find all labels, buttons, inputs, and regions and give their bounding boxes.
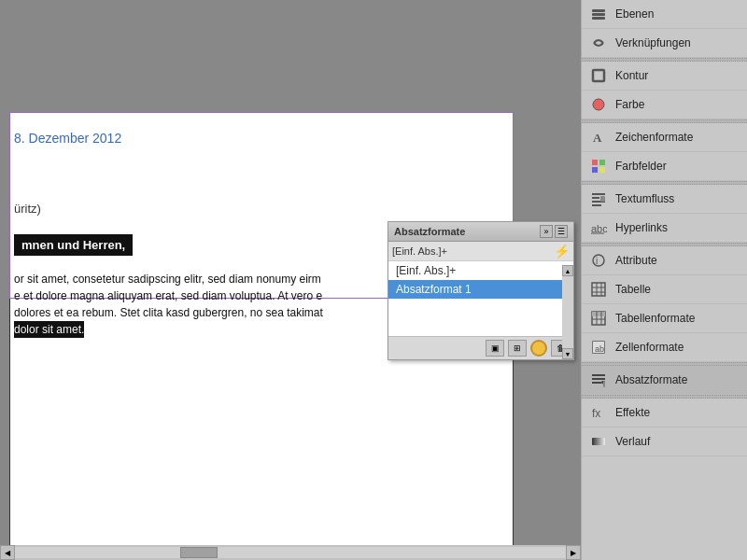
svg-text:ab: ab	[595, 344, 604, 354]
sidebar-label-zeichenformate: Zeichenformate	[615, 131, 693, 144]
absatz-panel-title: Absatzformate	[394, 226, 465, 237]
sidebar-label-farbfelder: Farbfelder	[615, 160, 667, 173]
sidebar-item-effekte[interactable]: fx Effekte	[582, 399, 747, 427]
svg-rect-3	[593, 70, 604, 81]
highlighted-line4: dolor sit amet.	[14, 321, 84, 338]
date-text: 8. Dezember 2012	[14, 131, 402, 146]
greeting-text: mnen und Herren,	[14, 234, 133, 256]
sidebar-item-tabellenformate[interactable]: Tabellenformate	[582, 304, 747, 333]
absatz-header-row: [Einf. Abs.]+ ⚡	[388, 242, 573, 261]
stroke-icon	[589, 66, 608, 85]
svg-rect-0	[592, 9, 605, 12]
absatz-scrollbar[interactable]: ▲ ▼	[562, 265, 573, 359]
svg-rect-12	[592, 197, 599, 199]
svg-rect-15	[600, 196, 605, 202]
hyperlinks-icon: abc	[589, 218, 608, 237]
table-icon	[589, 280, 608, 299]
sidebar-label-tabelle: Tabelle	[615, 283, 651, 296]
sidebar-item-verlauf[interactable]: Verlauf	[582, 427, 747, 456]
layers-icon	[589, 5, 608, 23]
body-text: or sit amet, consetetur sadipscing elitr…	[14, 271, 402, 338]
absatz-item-0[interactable]: [Einf. Abs.]+	[388, 261, 562, 280]
sidebar-label-verlauf: Verlauf	[615, 435, 650, 448]
absatz-footer-btn-1[interactable]: ▣	[486, 340, 504, 357]
svg-point-18	[593, 255, 604, 266]
absatz-scroll-down[interactable]: ▼	[562, 348, 573, 359]
absatz-titlebar: Absatzformate » ☰	[388, 222, 573, 242]
svg-rect-20	[592, 283, 605, 296]
scroll-left-arrow[interactable]: ◀	[0, 545, 15, 560]
sidebar-label-verknuepfungen: Verknüpfungen	[615, 36, 691, 49]
sidebar-item-verknuepfungen[interactable]: Verknüpfungen	[582, 29, 747, 58]
city-text: üritz)	[14, 202, 402, 216]
svg-rect-7	[592, 160, 598, 165]
absatz-footer: ▣ ⊞ 🗑	[388, 336, 573, 359]
swatches-icon	[589, 157, 608, 175]
effects-icon: fx	[589, 403, 608, 422]
horizontal-scrollbar[interactable]: ◀ ▶	[0, 545, 581, 560]
sidebar-label-attribute: Attribute	[615, 254, 657, 267]
absatz-expand-btn[interactable]: »	[540, 225, 553, 238]
attributes-icon: i	[589, 251, 608, 270]
sidebar-label-tabellenformate: Tabellenformate	[615, 312, 695, 325]
absatz-controls: » ☰	[540, 225, 568, 238]
sidebar-label-absatzformate: Absatzformate	[615, 373, 687, 386]
absatz-footer-btn-2[interactable]: ⊞	[508, 340, 527, 357]
char-formats-icon: A	[589, 128, 608, 147]
sidebar-label-textumfluss: Textumfluss	[615, 192, 674, 205]
sidebar-item-hyperlinks[interactable]: abc Hyperlinks	[582, 214, 747, 243]
sidebar-item-kontur[interactable]: Kontur	[582, 62, 747, 91]
sidebar-item-textumfluss[interactable]: Textumfluss	[582, 185, 747, 214]
main-area: 8. Dezember 2012 üritz) mnen und Herren,…	[0, 0, 581, 560]
svg-rect-35	[592, 382, 601, 384]
absatz-scroll-up[interactable]: ▲	[562, 265, 573, 276]
sidebar-item-zellenformate[interactable]: ab Zellenformate	[582, 333, 747, 362]
scroll-thumb[interactable]	[180, 547, 218, 558]
absatz-footer-circle	[530, 340, 547, 357]
svg-text:i: i	[596, 256, 598, 266]
svg-text:¶: ¶	[601, 379, 605, 388]
sidebar-label-zellenformate: Zellenformate	[615, 341, 684, 354]
svg-text:fx: fx	[592, 407, 600, 420]
table-formats-icon	[589, 309, 608, 328]
svg-rect-8	[599, 160, 605, 165]
text-wrap-icon	[589, 189, 608, 208]
absatz-menu-btn[interactable]: ☰	[555, 225, 568, 238]
svg-rect-26	[592, 312, 605, 316]
svg-text:A: A	[593, 131, 602, 145]
sidebar-item-tabelle[interactable]: Tabelle	[582, 275, 747, 304]
sidebar-item-farbe[interactable]: Farbe	[582, 91, 747, 119]
absatz-list: [Einf. Abs.]+ Absatzformat 1	[388, 261, 573, 336]
links-icon	[589, 34, 608, 52]
sidebar-label-ebenen: Ebenen	[615, 7, 654, 21]
lightning-icon: ⚡	[554, 244, 570, 259]
svg-rect-9	[592, 167, 598, 173]
sidebar-item-attribute[interactable]: i Attribute	[582, 246, 747, 275]
sidebar-label-farbe: Farbe	[615, 98, 644, 111]
scroll-track[interactable]	[15, 547, 566, 558]
para-formats-icon: ¶	[589, 371, 608, 389]
sidebar-item-absatzformate[interactable]: ¶ Absatzformate	[582, 366, 747, 395]
cell-formats-icon: ab	[589, 338, 608, 357]
scroll-right-arrow[interactable]: ▶	[566, 545, 581, 560]
sidebar-item-zeichenformate[interactable]: A Zeichenformate	[582, 123, 747, 152]
gradient-icon	[589, 432, 608, 451]
absatz-panel: Absatzformate » ☰ [Einf. Abs.]+ ⚡ [Einf.…	[388, 221, 574, 360]
sidebar-item-farbfelder[interactable]: Farbfelder	[582, 152, 747, 181]
absatz-header-label: [Einf. Abs.]+	[392, 245, 554, 257]
color-icon	[589, 95, 608, 114]
page-content: 8. Dezember 2012 üritz) mnen und Herren,…	[14, 131, 402, 338]
right-sidebar: Ebenen Verknüpfungen Kontur Farbe	[581, 0, 747, 560]
sidebar-item-ebenen[interactable]: Ebenen	[582, 0, 747, 29]
svg-rect-11	[592, 193, 605, 195]
svg-rect-38	[592, 438, 605, 445]
sidebar-label-effekte: Effekte	[615, 406, 650, 419]
absatz-item-1[interactable]: Absatzformat 1	[388, 280, 562, 299]
svg-text:abc: abc	[591, 223, 607, 234]
svg-rect-1	[592, 13, 605, 16]
svg-rect-14	[592, 204, 601, 206]
svg-rect-2	[592, 17, 605, 20]
svg-rect-33	[592, 374, 605, 376]
svg-rect-10	[599, 167, 605, 173]
sidebar-label-kontur: Kontur	[615, 69, 648, 82]
